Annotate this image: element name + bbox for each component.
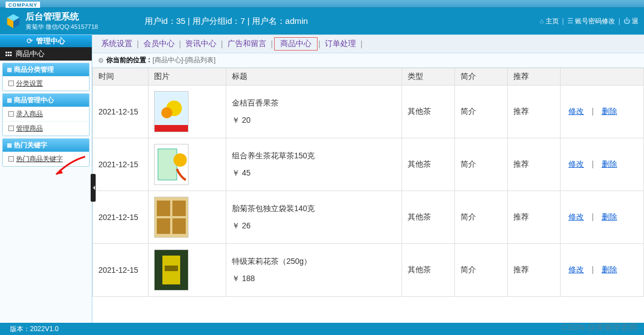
home-icon: ⌂	[540, 17, 544, 25]
col-title: 标题	[226, 68, 402, 86]
svg-rect-15	[172, 218, 186, 234]
square-icon	[7, 98, 12, 103]
breadcrumb: ⚙ 你当前的位置 : [商品中心]-[商品列表]	[92, 53, 644, 68]
sidebar-item[interactable]: 管理商品	[3, 121, 89, 136]
table-row: 2021-12-15组合养生茶花草茶150克￥ 45其他茶简介推荐修改|删除	[93, 138, 644, 191]
sidebar-module[interactable]: 商品中心	[0, 47, 92, 61]
logo-icon	[6, 13, 21, 29]
cell-type: 其他茶	[402, 86, 455, 138]
cell-image	[148, 138, 226, 191]
col-type: 类型	[402, 68, 455, 86]
svg-rect-18	[165, 266, 178, 271]
delete-link[interactable]: 删除	[602, 265, 617, 274]
nav-tab[interactable]: 广告和留言	[224, 38, 270, 50]
grid-icon	[6, 52, 12, 56]
sidebar-group-title[interactable]: 热门关键字	[3, 139, 89, 152]
system-subtitle: 黄菊华 微信/QQ:45157718	[26, 23, 98, 31]
cell-image	[148, 86, 226, 138]
cell-actions: 修改|删除	[561, 191, 644, 244]
cell-type: 其他茶	[402, 191, 455, 244]
cell-intro: 简介	[455, 244, 508, 297]
system-title: 后台管理系统	[26, 11, 98, 23]
delete-link[interactable]: 删除	[602, 159, 617, 168]
cell-rec: 推荐	[508, 191, 561, 244]
delete-link[interactable]: 删除	[602, 212, 617, 221]
sidebar-item[interactable]: 热门商品关键字	[3, 152, 89, 166]
sidebar: ⟳管理中心 商品中心 商品分类管理分类设置商品管理中心录入商品管理商品热门关键字…	[0, 35, 92, 323]
square-icon	[7, 68, 12, 72]
edit-link[interactable]: 修改	[568, 159, 584, 168]
cell-rec: 推荐	[508, 138, 561, 191]
products-table: 时间 图片 标题 类型 简介 推荐 2021-12-15金桔百香果茶￥ 20其他…	[92, 68, 644, 297]
sidebar-item[interactable]: 录入商品	[3, 107, 89, 121]
svg-rect-9	[158, 149, 177, 180]
product-thumbnail[interactable]	[154, 91, 189, 132]
sidebar-header: ⟳管理中心	[0, 35, 92, 47]
sidebar-collapse[interactable]	[91, 174, 96, 202]
svg-point-10	[174, 153, 187, 167]
cell-title: 胎菊茶包独立袋装140克￥ 26	[226, 191, 402, 244]
square-icon	[7, 143, 12, 148]
col-intro: 简介	[455, 68, 508, 86]
cell-intro: 简介	[455, 191, 508, 244]
svg-rect-13	[172, 201, 186, 216]
col-ops	[561, 68, 644, 86]
user-info: 用户id：35 | 用户分组id：7 | 用户名：admin	[145, 16, 308, 27]
cell-actions: 修改|删除	[561, 86, 644, 138]
table-row: 2021-12-15金桔百香果茶￥ 20其他茶简介推荐修改|删除	[93, 86, 644, 138]
nav-tab[interactable]: 会员中心	[140, 38, 178, 50]
edit-link[interactable]: 修改	[568, 212, 584, 221]
delete-link[interactable]: 删除	[602, 107, 617, 116]
cell-intro: 简介	[455, 86, 508, 138]
svg-rect-7	[155, 125, 188, 132]
table-row: 2021-12-15特级茉莉花茶（250g）￥ 188其他茶简介推荐修改|删除	[93, 244, 644, 297]
col-rec: 推荐	[508, 68, 561, 86]
nav-tab[interactable]: 系统设置	[98, 38, 136, 50]
sidebar-item[interactable]: 分类设置	[3, 76, 89, 91]
nav-tab[interactable]: 订单处理	[321, 38, 359, 50]
cell-actions: 修改|删除	[561, 138, 644, 191]
svg-rect-14	[157, 218, 170, 234]
header: 后台管理系统 黄菊华 微信/QQ:45157718 用户id：35 | 用户分组…	[0, 8, 644, 34]
cell-date: 2021-12-15	[93, 86, 148, 138]
power-icon: ⏻	[623, 17, 630, 25]
cell-date: 2021-12-15	[93, 138, 148, 191]
cell-type: 其他茶	[402, 244, 455, 297]
cell-type: 其他茶	[402, 138, 455, 191]
svg-rect-12	[157, 201, 170, 216]
product-thumbnail[interactable]	[154, 197, 189, 238]
refresh-icon[interactable]: ⟳	[27, 37, 33, 45]
list-icon: ☰	[567, 17, 573, 25]
edit-link[interactable]: 修改	[568, 265, 584, 274]
table-row: 2021-12-15胎菊茶包独立袋装140克￥ 26其他茶简介推荐修改|删除	[93, 191, 644, 244]
sidebar-group-title[interactable]: 商品管理中心	[3, 94, 89, 107]
product-thumbnail[interactable]	[154, 249, 189, 291]
home-link[interactable]: ⌂主页	[540, 17, 559, 26]
product-thumbnail[interactable]	[154, 144, 189, 185]
nav-tab[interactable]: 商品中心	[274, 37, 318, 51]
cell-date: 2021-12-15	[93, 244, 148, 297]
col-time: 时间	[93, 68, 148, 86]
nav-tab[interactable]: 资讯中心	[182, 38, 220, 50]
cell-rec: 推荐	[508, 244, 561, 297]
footer: 版本：2022V1.0	[0, 323, 644, 335]
cell-intro: 简介	[455, 138, 508, 191]
logout-link[interactable]: ⏻退	[623, 17, 638, 26]
cell-image	[148, 191, 226, 244]
change-password-link[interactable]: ☰账号密码修改	[567, 17, 615, 26]
edit-link[interactable]: 修改	[568, 107, 584, 116]
cell-image	[148, 244, 226, 297]
cell-date: 2021-12-15	[93, 191, 148, 244]
main-content: 系统设置 | 会员中心 | 资讯中心 | 广告和留言 | 商品中心 | 订单处理…	[92, 35, 644, 323]
version-text: 版本：2022V1.0	[10, 325, 58, 333]
cell-title: 特级茉莉花茶（250g）￥ 188	[226, 244, 402, 297]
cell-title: 金桔百香果茶￥ 20	[226, 86, 402, 138]
cell-actions: 修改|删除	[561, 244, 644, 297]
sidebar-group-title[interactable]: 商品分类管理	[3, 63, 89, 76]
nav-tabs: 系统设置 | 会员中心 | 资讯中心 | 广告和留言 | 商品中心 | 订单处理…	[92, 35, 644, 53]
cell-rec: 推荐	[508, 86, 561, 138]
cell-title: 组合养生茶花草茶150克￥ 45	[226, 138, 402, 191]
svg-point-6	[161, 107, 172, 118]
col-image: 图片	[148, 68, 226, 86]
svg-marker-3	[56, 169, 63, 174]
